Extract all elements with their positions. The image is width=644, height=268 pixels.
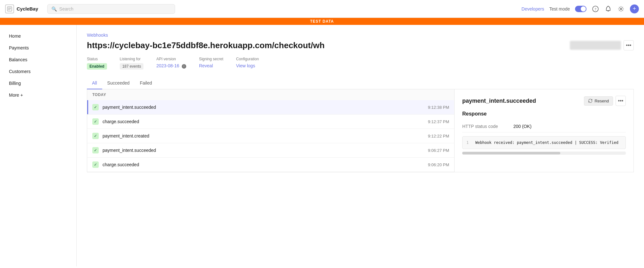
signing-secret-meta: Signing secret Reveal bbox=[199, 57, 223, 68]
main-content: Webhooks https://cyclebay-bc1e75ddbf8e.h… bbox=[77, 25, 644, 266]
api-version-meta: API version 2023-08-16 i bbox=[156, 57, 186, 69]
api-version-label: API version bbox=[156, 57, 186, 61]
event-row[interactable]: ✓ payment_intent.created 9:12:22 PM bbox=[87, 129, 454, 143]
event-list: TODAY ✓ payment_intent.succeeded 9:12:38… bbox=[87, 89, 455, 172]
scrollbar-thumb bbox=[462, 152, 560, 154]
sidebar-item-balances[interactable]: Balances bbox=[3, 54, 74, 65]
svg-text:?: ? bbox=[594, 7, 596, 11]
topnav-right: Developers Test mode ? + bbox=[522, 4, 639, 13]
bell-icon[interactable] bbox=[604, 5, 612, 13]
sidebar-item-payments[interactable]: Payments bbox=[3, 42, 74, 54]
event-time: 9:12:37 PM bbox=[428, 119, 449, 124]
sidebar-item-more[interactable]: More + bbox=[3, 89, 74, 101]
two-panel: TODAY ✓ payment_intent.succeeded 9:12:38… bbox=[87, 89, 634, 172]
selected-indicator bbox=[87, 100, 88, 114]
search-icon: 🔍 bbox=[51, 6, 57, 11]
info-icon: i bbox=[182, 64, 186, 69]
detail-panel: payment_intent.succeeded Resend ••• bbox=[455, 89, 633, 172]
event-name: payment_intent.created bbox=[103, 133, 428, 138]
header-actions: ••• bbox=[570, 40, 634, 50]
event-time: 9:06:20 PM bbox=[428, 162, 449, 167]
event-name: charge.succeeded bbox=[103, 119, 428, 124]
event-time: 9:06:27 PM bbox=[428, 148, 449, 153]
horizontal-scrollbar[interactable] bbox=[462, 152, 626, 155]
event-name: payment_intent.succeeded bbox=[103, 148, 428, 153]
help-icon[interactable]: ? bbox=[592, 5, 599, 13]
code-block: 1 Webhook received: payment_intent.succe… bbox=[462, 136, 626, 149]
code-line: 1 Webhook received: payment_intent.succe… bbox=[466, 140, 622, 145]
listening-meta: Listening for 187 events bbox=[120, 57, 144, 70]
app-logo: CycleBay bbox=[5, 4, 38, 13]
sidebar-item-home[interactable]: Home bbox=[3, 30, 74, 42]
svg-point-6 bbox=[620, 8, 622, 10]
view-logs-link[interactable]: View logs bbox=[236, 63, 255, 68]
detail-title: payment_intent.succeeded bbox=[462, 98, 536, 104]
detail-header: payment_intent.succeeded Resend ••• bbox=[462, 96, 626, 106]
sidebar-item-customers[interactable]: Customers bbox=[3, 66, 74, 77]
developers-link[interactable]: Developers bbox=[522, 6, 544, 11]
detail-more-button[interactable]: ••• bbox=[616, 96, 626, 106]
configuration-label: Configuration bbox=[236, 57, 259, 61]
webhook-more-button[interactable]: ••• bbox=[624, 40, 634, 50]
event-name: payment_intent.succeeded bbox=[103, 105, 428, 110]
tab-failed[interactable]: Failed bbox=[135, 77, 157, 89]
logo-icon bbox=[5, 4, 14, 13]
check-icon: ✓ bbox=[92, 104, 99, 110]
tab-all[interactable]: All bbox=[87, 77, 102, 89]
api-version-value[interactable]: 2023-08-16 bbox=[156, 63, 179, 68]
top-nav: CycleBay 🔍 Search Developers Test mode ? bbox=[0, 0, 644, 18]
ellipsis-icon: ••• bbox=[618, 98, 624, 104]
tab-succeeded[interactable]: Succeeded bbox=[102, 77, 135, 89]
status-meta: Status Enabled bbox=[87, 57, 107, 70]
configuration-meta: Configuration View logs bbox=[236, 57, 259, 68]
http-status-key: HTTP status code bbox=[462, 124, 513, 129]
check-icon: ✓ bbox=[92, 147, 99, 153]
http-status-val: 200 (OK) bbox=[513, 124, 532, 129]
resend-icon bbox=[588, 99, 593, 103]
search-placeholder: Search bbox=[59, 6, 73, 11]
resend-button[interactable]: Resend bbox=[584, 96, 613, 106]
check-icon: ✓ bbox=[92, 133, 99, 139]
webhook-url: https://cyclebay-bc1e75ddbf8e.herokuapp.… bbox=[87, 41, 325, 50]
status-label: Status bbox=[87, 57, 107, 61]
add-button[interactable]: + bbox=[630, 4, 639, 13]
code-content: Webhook received: payment_intent.succeed… bbox=[475, 140, 618, 145]
response-label: Response bbox=[462, 111, 626, 117]
response-row: HTTP status code 200 (OK) bbox=[462, 121, 626, 132]
resend-label: Resend bbox=[594, 99, 609, 103]
line-number: 1 bbox=[466, 140, 471, 145]
svg-rect-1 bbox=[8, 8, 11, 8]
breadcrumb[interactable]: Webhooks bbox=[87, 33, 634, 38]
event-time: 9:12:22 PM bbox=[428, 134, 449, 138]
listening-label: Listening for bbox=[120, 57, 144, 61]
svg-rect-2 bbox=[8, 9, 11, 9]
sidebar: Home Payments Balances Customers Billing… bbox=[0, 25, 77, 266]
svg-rect-3 bbox=[8, 10, 10, 10]
event-row[interactable]: ✓ charge.succeeded 9:12:37 PM bbox=[87, 115, 454, 129]
test-banner: TEST DATA bbox=[0, 18, 644, 25]
meta-row: Status Enabled Listening for 187 events … bbox=[87, 57, 634, 70]
event-row[interactable]: ✓ payment_intent.succeeded 9:12:38 PM bbox=[87, 100, 454, 115]
event-row[interactable]: ✓ payment_intent.succeeded 9:06:27 PM bbox=[87, 143, 454, 158]
search-box[interactable]: 🔍 Search bbox=[47, 4, 175, 14]
event-section-today: TODAY bbox=[87, 89, 454, 100]
app-name: CycleBay bbox=[17, 6, 38, 11]
blurred-secret bbox=[570, 41, 621, 50]
main-layout: Home Payments Balances Customers Billing… bbox=[0, 25, 644, 266]
test-mode-toggle[interactable] bbox=[575, 6, 586, 12]
event-row[interactable]: ✓ charge.succeeded 9:06:20 PM bbox=[87, 158, 454, 172]
reveal-link[interactable]: Reveal bbox=[199, 63, 213, 68]
check-icon: ✓ bbox=[92, 161, 99, 168]
ellipsis-icon: ••• bbox=[626, 42, 632, 48]
plus-icon: + bbox=[633, 5, 636, 12]
event-tabs: All Succeeded Failed bbox=[87, 77, 634, 89]
event-name: charge.succeeded bbox=[103, 162, 428, 167]
sidebar-item-billing[interactable]: Billing bbox=[3, 78, 74, 89]
detail-actions: Resend ••• bbox=[584, 96, 626, 106]
status-badge: Enabled bbox=[87, 63, 107, 70]
signing-secret-label: Signing secret bbox=[199, 57, 223, 61]
test-mode-label: Test mode bbox=[549, 6, 570, 11]
settings-icon[interactable] bbox=[617, 5, 625, 13]
event-time: 9:12:38 PM bbox=[428, 105, 449, 110]
check-icon: ✓ bbox=[92, 118, 99, 125]
